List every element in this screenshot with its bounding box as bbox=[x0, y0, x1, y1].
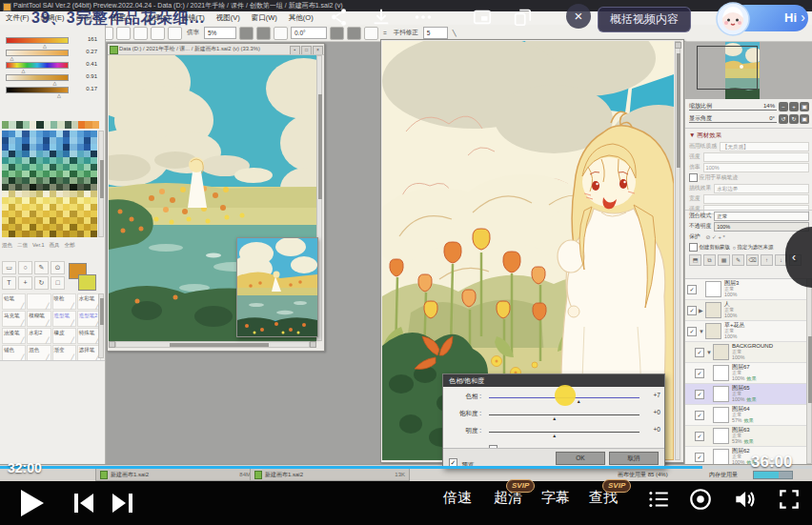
palette-swatch[interactable] bbox=[50, 151, 56, 157]
palette-swatch[interactable] bbox=[84, 131, 91, 137]
brush-item[interactable]: 模糊笔╱ bbox=[27, 311, 51, 327]
palette-swatch[interactable] bbox=[15, 217, 22, 224]
layer-row-图层64[interactable]: ✓图层64正常57%效果 bbox=[685, 405, 812, 426]
fullscreen-icon[interactable] bbox=[777, 487, 802, 512]
palette-swatch[interactable] bbox=[22, 217, 29, 224]
palette-swatch[interactable] bbox=[15, 231, 22, 237]
palette-swatch[interactable] bbox=[91, 184, 97, 191]
palette-swatch[interactable] bbox=[50, 137, 56, 144]
zoom-tool[interactable]: □ bbox=[51, 276, 65, 290]
palette-swatch[interactable] bbox=[56, 171, 63, 177]
line-width-field[interactable] bbox=[703, 194, 809, 204]
palette-swatch[interactable] bbox=[2, 177, 9, 184]
palette-swatch[interactable] bbox=[50, 231, 56, 237]
draft-checkbox[interactable] bbox=[689, 173, 698, 182]
palette-swatch[interactable] bbox=[9, 191, 15, 197]
volume-icon[interactable] bbox=[732, 487, 757, 512]
palette-swatch[interactable] bbox=[56, 137, 63, 144]
color-slider-4[interactable]: △0.17 bbox=[6, 86, 99, 94]
palette-swatch[interactable] bbox=[50, 144, 56, 151]
palette-swatch[interactable] bbox=[36, 224, 43, 231]
recent-color[interactable] bbox=[78, 121, 85, 129]
pen-tool[interactable]: ✎ bbox=[34, 261, 49, 274]
bucket-tool[interactable]: ⊙ bbox=[51, 261, 65, 274]
palette-swatch[interactable] bbox=[70, 231, 76, 237]
palette-swatch[interactable] bbox=[91, 231, 97, 237]
palette-swatch[interactable] bbox=[15, 164, 22, 171]
palette-swatch[interactable] bbox=[84, 157, 91, 164]
share-icon[interactable] bbox=[328, 6, 351, 29]
palette-swatch[interactable] bbox=[9, 211, 15, 217]
palette-swatch[interactable] bbox=[56, 197, 63, 204]
brush-item[interactable]: 水彩2╱ bbox=[27, 328, 51, 344]
palette-swatch[interactable] bbox=[2, 144, 9, 151]
layer-visibility-toggle[interactable]: ✓ bbox=[695, 453, 704, 462]
line-effect-select[interactable]: 水彩边界 bbox=[714, 184, 809, 193]
navigator-zoom-buttons[interactable]: −+▣ bbox=[779, 102, 809, 111]
palette-swatch[interactable] bbox=[30, 211, 36, 217]
palette-swatch[interactable] bbox=[43, 151, 50, 157]
layer-visibility-toggle[interactable]: ✓ bbox=[687, 285, 697, 294]
palette-swatch[interactable] bbox=[63, 217, 70, 224]
palette-swatch[interactable] bbox=[22, 204, 29, 211]
palette-swatch[interactable] bbox=[77, 171, 84, 177]
brush-item[interactable]: ╱ bbox=[27, 293, 51, 310]
palette-swatch[interactable] bbox=[91, 197, 97, 204]
palette-swatch[interactable] bbox=[22, 224, 29, 231]
palette-swatch[interactable] bbox=[15, 211, 22, 217]
layer-visibility-toggle[interactable]: ✓ bbox=[695, 348, 704, 357]
palette-swatch[interactable] bbox=[30, 224, 36, 231]
window-buttons[interactable]: ▪□× bbox=[290, 46, 323, 55]
palette-swatch[interactable] bbox=[91, 151, 97, 157]
brush-item[interactable]: 马克笔╱ bbox=[2, 311, 26, 327]
palette-swatch[interactable] bbox=[22, 157, 29, 164]
color-slider-1[interactable]: △0.27 bbox=[6, 49, 99, 57]
protect-icons[interactable]: ⊘ ✓ + * bbox=[706, 234, 725, 240]
palette-swatch[interactable] bbox=[43, 137, 50, 144]
palette-swatch[interactable] bbox=[84, 144, 91, 151]
palette-swatch[interactable] bbox=[43, 191, 50, 197]
palette-swatch[interactable] bbox=[2, 131, 9, 137]
palette-swatch[interactable] bbox=[43, 231, 50, 237]
recent-color[interactable] bbox=[2, 121, 9, 129]
layer-visibility-toggle[interactable]: ✓ bbox=[695, 369, 704, 378]
layer-row-图层3[interactable]: ✓图层3正常100% bbox=[685, 279, 812, 300]
palette-swatch[interactable] bbox=[56, 184, 63, 191]
palette-swatch[interactable] bbox=[22, 231, 29, 237]
palette-swatch[interactable] bbox=[36, 231, 43, 237]
rotate-tool[interactable]: ↻ bbox=[34, 276, 49, 290]
palette-swatch[interactable] bbox=[9, 171, 15, 177]
palette-swatch[interactable] bbox=[56, 204, 63, 211]
palette-swatch[interactable] bbox=[70, 171, 76, 177]
palette-swatch[interactable] bbox=[84, 191, 91, 197]
palette-swatch[interactable] bbox=[91, 144, 97, 151]
palette-swatch[interactable] bbox=[63, 197, 70, 204]
layer-visibility-toggle[interactable]: ✓ bbox=[695, 390, 704, 399]
palette-swatch[interactable] bbox=[77, 164, 84, 171]
palette-swatch[interactable] bbox=[50, 171, 56, 177]
angle-value-field[interactable]: 0.0° bbox=[291, 27, 327, 39]
palette-swatch[interactable] bbox=[36, 184, 43, 191]
menu-item-0[interactable]: 文件(F) bbox=[0, 13, 35, 23]
navigator[interactable] bbox=[685, 42, 812, 99]
palette-swatch[interactable] bbox=[2, 204, 9, 211]
palette-swatch[interactable] bbox=[84, 164, 91, 171]
recent-color[interactable] bbox=[57, 121, 64, 129]
swatch-grid[interactable] bbox=[2, 131, 97, 237]
texture-select[interactable]: 【无质感】 bbox=[720, 142, 809, 151]
brush-item[interactable]: 喷枪╱ bbox=[52, 293, 76, 310]
palette-swatch[interactable] bbox=[50, 224, 56, 231]
palette-swatch[interactable] bbox=[56, 191, 63, 197]
palette-swatch[interactable] bbox=[43, 197, 50, 204]
palette-swatch[interactable] bbox=[63, 211, 70, 217]
palette-swatch[interactable] bbox=[43, 217, 50, 224]
palette-swatch[interactable] bbox=[15, 191, 22, 197]
palette-swatch[interactable] bbox=[77, 211, 84, 217]
palette-swatch[interactable] bbox=[9, 164, 15, 171]
palette-swatch[interactable] bbox=[30, 171, 36, 177]
pip-icon[interactable] bbox=[471, 6, 494, 29]
palette-swatch[interactable] bbox=[63, 184, 70, 191]
palette-swatch[interactable] bbox=[84, 231, 91, 237]
palette-swatch[interactable] bbox=[91, 177, 97, 184]
palette-swatch[interactable] bbox=[43, 131, 50, 137]
